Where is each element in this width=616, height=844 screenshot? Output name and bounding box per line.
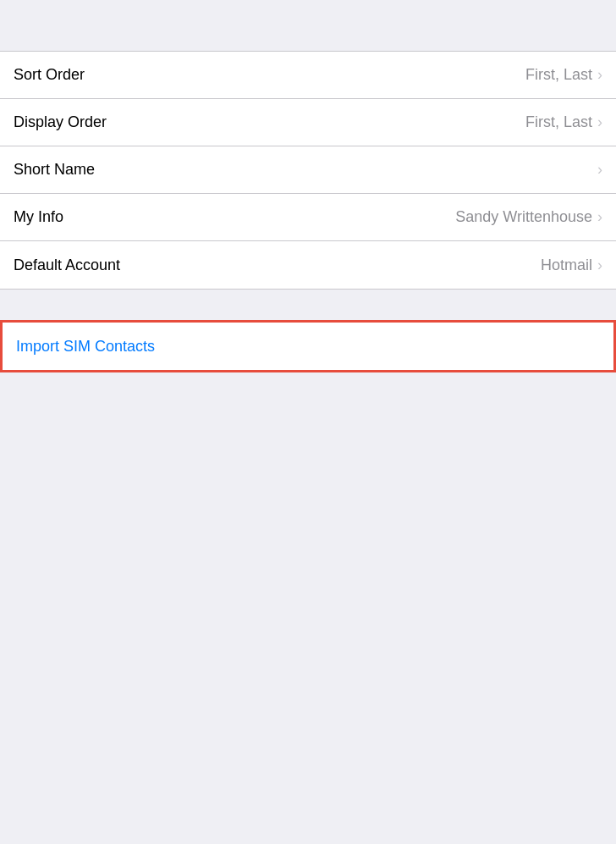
import-sim-label: Import SIM Contacts xyxy=(16,338,155,356)
row-right: First, Last › xyxy=(525,113,602,131)
row-right: › xyxy=(592,161,602,179)
display-order-row[interactable]: Display Order First, Last › xyxy=(0,99,616,146)
short-name-chevron: › xyxy=(597,161,602,179)
row-right: First, Last › xyxy=(525,66,602,84)
default-account-row[interactable]: Default Account Hotmail › xyxy=(0,241,616,289)
my-info-row[interactable]: My Info Sandy Writtenhouse › xyxy=(0,194,616,241)
my-info-value: Sandy Writtenhouse xyxy=(455,208,592,226)
row-left: Short Name xyxy=(14,161,95,179)
import-sim-group: Import SIM Contacts xyxy=(0,320,616,372)
my-info-chevron: › xyxy=(597,208,602,226)
import-sim-row[interactable]: Import SIM Contacts xyxy=(3,323,613,370)
display-order-value: First, Last xyxy=(525,113,592,131)
display-order-chevron: › xyxy=(597,113,602,131)
top-spacer xyxy=(0,0,616,51)
my-info-label: My Info xyxy=(14,208,63,226)
default-account-value: Hotmail xyxy=(541,257,592,274)
row-right: Hotmail › xyxy=(541,257,602,274)
row-left: My Info xyxy=(14,208,63,226)
row-left: Display Order xyxy=(14,113,107,131)
settings-group: Sort Order First, Last › Display Order F… xyxy=(0,51,616,290)
sort-order-row[interactable]: Sort Order First, Last › xyxy=(0,52,616,99)
sort-order-chevron: › xyxy=(597,66,602,84)
sort-order-label: Sort Order xyxy=(14,66,85,84)
default-account-label: Default Account xyxy=(14,257,120,274)
display-order-label: Display Order xyxy=(14,113,107,131)
default-account-chevron: › xyxy=(597,257,602,274)
bottom-area xyxy=(0,372,616,677)
sort-order-value: First, Last xyxy=(525,66,592,84)
short-name-row[interactable]: Short Name › xyxy=(0,146,616,194)
row-left: Default Account xyxy=(14,257,120,274)
row-right: Sandy Writtenhouse › xyxy=(455,208,602,226)
short-name-label: Short Name xyxy=(14,161,95,179)
row-left: Sort Order xyxy=(14,66,85,84)
section-spacer xyxy=(0,290,616,320)
